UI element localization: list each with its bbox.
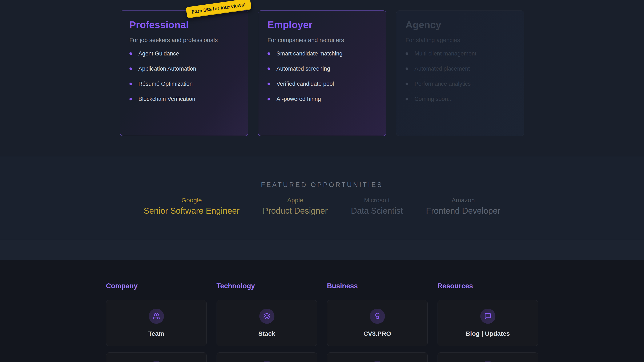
bullet-dot: [130, 52, 132, 55]
site-footer: Company Team Technology Stack: [0, 260, 644, 362]
plan-feature-label: Verified candidate pool: [276, 81, 334, 87]
plan-feature-label: Coming soon...: [414, 96, 453, 102]
footer-column-heading: Technology: [216, 282, 317, 290]
footer-card-label: Team: [148, 330, 164, 337]
bullet-dot: [268, 52, 270, 55]
plan-feature-label: Application Automation: [138, 66, 196, 72]
bullet-dot: [268, 67, 270, 70]
plan-subtitle: For staffing agencies: [406, 36, 515, 44]
bullet-dot: [130, 83, 132, 85]
plan-title: Employer: [268, 19, 377, 30]
plan-feature: Application Automation: [130, 61, 239, 76]
icon-circle: [149, 309, 164, 324]
footer-card-team[interactable]: Team: [106, 300, 207, 346]
plan-feature: Automated placement: [406, 61, 515, 76]
spacer-band: [0, 240, 644, 260]
icon-circle: [259, 309, 274, 324]
bullet-dot: [406, 83, 408, 85]
users-icon: [153, 313, 160, 320]
plan-card-professional[interactable]: Professional For job seekers and profess…: [120, 10, 248, 136]
plan-feature-label: AI-powered hiring: [276, 96, 321, 102]
plan-subtitle: For job seekers and professionals: [130, 36, 239, 44]
icon-circle: [370, 361, 385, 362]
footer-card-partial[interactable]: [438, 352, 538, 362]
featured-job-amazon[interactable]: Amazon Frontend Developer: [426, 197, 500, 215]
plan-feature-label: Agent Guidance: [138, 50, 179, 57]
bullet-dot: [130, 98, 132, 100]
plan-feature: Automated screening: [268, 61, 377, 76]
plan-feature-list: Agent Guidance Application Automation Ré…: [130, 46, 239, 107]
plan-feature-list: Smart candidate matching Automated scree…: [268, 46, 377, 107]
plan-feature-label: Blockchain Verification: [138, 96, 195, 102]
job-company: Microsoft: [351, 197, 403, 204]
featured-job-apple[interactable]: Apple Product Designer: [263, 197, 328, 215]
plan-feature: Verified candidate pool: [268, 76, 377, 91]
plan-feature: Agent Guidance: [130, 46, 239, 61]
footer-card-blog[interactable]: Blog | Updates: [438, 300, 538, 346]
bullet-dot: [268, 83, 270, 85]
plans-grid: Professional For job seekers and profess…: [0, 0, 644, 136]
plan-card-employer[interactable]: Employer For companies and recruiters Sm…: [258, 10, 386, 136]
job-title: Product Designer: [263, 206, 328, 215]
plan-feature: Résumé Optimization: [130, 76, 239, 91]
plan-feature: Performance analytics: [406, 76, 515, 91]
job-title: Frontend Developer: [426, 206, 500, 215]
plan-feature-label: Automated screening: [276, 66, 330, 72]
footer-card-label: CV3.PRO: [364, 330, 391, 337]
footer-card-partial[interactable]: [216, 352, 317, 362]
featured-job-microsoft[interactable]: Microsoft Data Scientist: [351, 197, 403, 215]
bullet-dot: [406, 67, 408, 70]
featured-job-google[interactable]: Google Senior Software Engineer: [144, 197, 240, 215]
plan-feature-list: Multi-client management Automated placem…: [406, 46, 515, 107]
plan-feature: Multi-client management: [406, 46, 515, 61]
plan-feature: Blockchain Verification: [130, 91, 239, 107]
plan-title: Agency: [406, 19, 515, 30]
plan-feature: Smart candidate matching: [268, 46, 377, 61]
footer-column-heading: Business: [327, 282, 428, 290]
footer-column-company: Company Team: [106, 282, 207, 362]
job-company: Google: [144, 197, 240, 204]
job-title: Data Scientist: [351, 206, 403, 215]
footer-grid: Company Team Technology Stack: [106, 282, 538, 362]
icon-circle: [259, 361, 274, 362]
footer-card-cv3pro[interactable]: CV3.PRO: [327, 300, 428, 346]
icon-circle: [480, 309, 496, 324]
footer-column-heading: Resources: [438, 282, 538, 290]
bullet-dot: [406, 98, 408, 100]
bullet-dot: [268, 98, 270, 100]
plan-subtitle: For companies and recruiters: [268, 36, 377, 44]
footer-card-label: Stack: [258, 330, 275, 337]
featured-jobs-carousel: Google Senior Software Engineer Apple Pr…: [0, 197, 644, 215]
plan-title: Professional: [130, 19, 239, 30]
footer-card-stack[interactable]: Stack: [216, 300, 317, 346]
icon-circle: [149, 361, 164, 362]
featured-section: FEATURED OPPORTUNITIES Google Senior Sof…: [0, 156, 644, 240]
job-company: Apple: [263, 197, 328, 204]
bullet-dot: [406, 52, 408, 55]
job-title: Senior Software Engineer: [144, 206, 240, 215]
footer-column-business: Business CV3.PRO: [327, 282, 428, 362]
job-company: Amazon: [426, 197, 500, 204]
plan-feature: AI-powered hiring: [268, 91, 377, 107]
icon-circle: [480, 361, 496, 362]
footer-card-label: Blog | Updates: [466, 330, 510, 337]
bullet-dot: [130, 67, 132, 70]
footer-card-partial[interactable]: [327, 352, 428, 362]
featured-heading: FEATURED OPPORTUNITIES: [0, 156, 644, 189]
plan-card-agency: Agency For staffing agencies Multi-clien…: [396, 10, 524, 136]
plan-feature-label: Smart candidate matching: [276, 50, 342, 57]
award-icon: [374, 313, 381, 320]
footer-column-technology: Technology Stack: [216, 282, 317, 362]
plan-feature-label: Multi-client management: [414, 50, 476, 57]
plan-feature-label: Automated placement: [414, 66, 470, 72]
pricing-page: Earn $$$ for Interviews! Professional Fo…: [0, 0, 644, 362]
footer-column-resources: Resources Blog | Updates: [438, 282, 538, 362]
icon-circle: [370, 309, 385, 324]
footer-card-partial[interactable]: [106, 352, 207, 362]
layers-icon: [263, 313, 270, 320]
message-icon: [484, 313, 492, 320]
footer-column-heading: Company: [106, 282, 207, 290]
plans-section: Earn $$$ for Interviews! Professional Fo…: [0, 0, 644, 156]
plan-feature-label: Performance analytics: [414, 81, 471, 87]
plan-feature-label: Résumé Optimization: [138, 81, 193, 87]
